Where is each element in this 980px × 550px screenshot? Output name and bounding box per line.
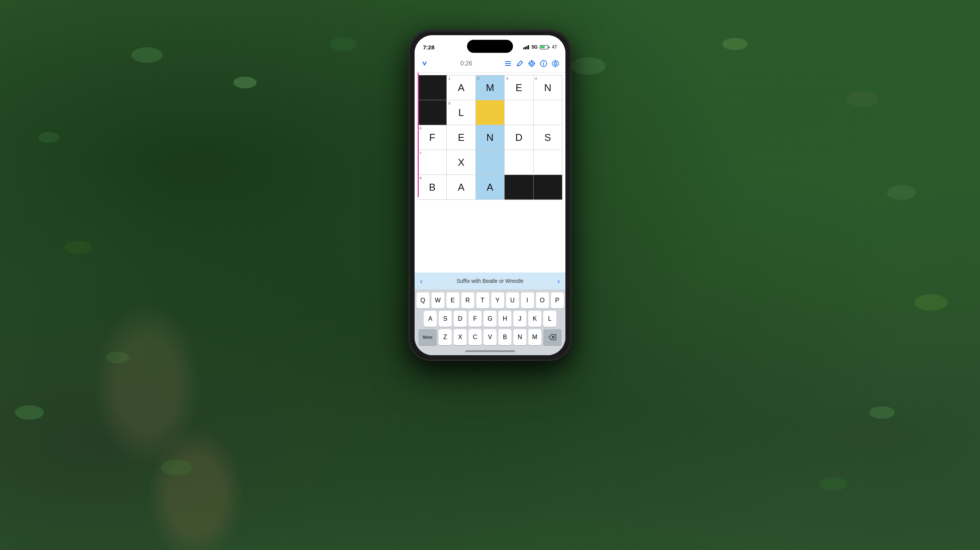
key-b[interactable]: B <box>498 329 511 345</box>
grid-cell-highlighted[interactable]: A <box>475 175 504 200</box>
grid-cell[interactable] <box>505 150 533 175</box>
key-j[interactable]: J <box>513 311 526 327</box>
cell-letter: N <box>544 82 551 93</box>
key-q[interactable]: Q <box>416 292 430 308</box>
header-back[interactable] <box>421 60 428 67</box>
grid-cell-highlighted-selected[interactable]: 2 M <box>475 75 504 100</box>
key-n[interactable]: N <box>513 329 526 345</box>
grid-row-3: 6 F E N D S <box>418 125 562 150</box>
key-y[interactable]: Y <box>491 292 504 308</box>
screen-content: 7:28 5G <box>415 35 565 355</box>
crossword-grid[interactable]: 1 A 2 M 3 E 4 N <box>418 75 562 200</box>
key-k[interactable]: K <box>528 311 541 327</box>
key-more[interactable]: More <box>418 329 437 345</box>
grid-cell[interactable]: S <box>533 125 562 150</box>
key-a[interactable]: A <box>424 311 437 327</box>
key-i[interactable]: I <box>521 292 534 308</box>
grid-cell[interactable]: 5 L <box>447 100 475 125</box>
cell-black <box>505 175 533 200</box>
cell-number: 2 <box>477 77 479 80</box>
svg-point-4 <box>529 61 534 66</box>
keyboard: Q W E R T Y U I O P A S D F G <box>415 289 565 355</box>
cell-number: 4 <box>535 77 537 80</box>
cell-number: 7 <box>420 151 421 155</box>
pencil-icon[interactable] <box>516 60 523 67</box>
grid-row-2: 5 L <box>418 100 562 125</box>
cell-letter: N <box>487 132 494 143</box>
grid-cell[interactable]: E <box>447 125 475 150</box>
clue-bar[interactable]: ‹ Suffix with Beatle or Wrestle › <box>415 273 565 289</box>
header-actions <box>504 60 559 67</box>
key-x[interactable]: X <box>454 329 467 345</box>
battery-percent: 47 <box>552 44 557 50</box>
key-c[interactable]: C <box>469 329 482 345</box>
cell-number: 3 <box>506 77 508 80</box>
key-p[interactable]: P <box>551 292 564 308</box>
app-header: 0:26 <box>415 54 565 73</box>
cell-letter: A <box>458 181 464 193</box>
grid-row-4: 7 X <box>418 150 562 175</box>
key-d[interactable]: D <box>454 311 467 327</box>
key-w[interactable]: W <box>431 292 444 308</box>
crossword-grid-area[interactable]: 1 A 2 M 3 E 4 N <box>415 73 565 273</box>
keyboard-row-1: Q W E R T Y U I O P <box>415 292 565 308</box>
clue-prev-button[interactable]: ‹ <box>420 277 423 286</box>
grid-cell[interactable]: 8 B <box>418 175 447 200</box>
grid-cell[interactable] <box>533 150 562 175</box>
phone-case: 7:28 5G <box>410 31 570 360</box>
info-icon[interactable] <box>540 60 547 67</box>
key-z[interactable]: Z <box>439 329 452 345</box>
grid-cell-highlighted[interactable] <box>475 150 504 175</box>
cell-letter: M <box>486 82 494 93</box>
cell-letter: E <box>516 82 522 93</box>
key-f[interactable]: F <box>469 311 482 327</box>
grid-cell[interactable]: 1 A <box>447 75 475 100</box>
key-g[interactable]: G <box>483 311 497 327</box>
grid-cell[interactable]: 3 E <box>505 75 533 100</box>
grid-cell[interactable]: 4 N <box>533 75 562 100</box>
cell-number: 5 <box>448 101 450 105</box>
key-s[interactable]: S <box>439 311 452 327</box>
grid-cell[interactable]: 6 F <box>418 125 447 150</box>
network-type: 5G <box>532 44 538 50</box>
target-icon[interactable] <box>528 60 536 67</box>
svg-point-13 <box>554 62 557 65</box>
grid-cell[interactable]: D <box>505 125 533 150</box>
cell-letter: X <box>458 157 464 168</box>
cell-letter: L <box>458 107 464 118</box>
grid-cell-selected-yellow[interactable] <box>475 100 504 125</box>
svg-point-5 <box>531 62 533 65</box>
grid-row-5: 8 B A A <box>418 175 562 200</box>
grid-cell[interactable] <box>505 100 533 125</box>
grid-row-1: 1 A 2 M 3 E 4 N <box>418 75 562 100</box>
key-v[interactable]: V <box>483 329 497 345</box>
status-icons: 5G 47 <box>523 44 557 50</box>
battery-icon <box>540 45 549 49</box>
key-e[interactable]: E <box>446 292 459 308</box>
grid-cell[interactable]: 7 <box>418 150 447 175</box>
list-icon[interactable] <box>504 60 512 67</box>
cell-letter: F <box>429 132 435 143</box>
cell-letter: A <box>487 181 493 193</box>
key-l[interactable]: L <box>543 311 556 327</box>
home-indicator <box>465 350 515 352</box>
key-m[interactable]: M <box>528 329 541 345</box>
clue-next-button[interactable]: › <box>557 277 560 286</box>
gear-icon[interactable] <box>552 60 559 67</box>
cell-number: 6 <box>420 126 421 130</box>
chevron-down-icon <box>421 60 428 67</box>
key-u[interactable]: U <box>506 292 519 308</box>
cell-black <box>418 75 447 100</box>
signal-icon <box>523 45 529 49</box>
key-h[interactable]: H <box>498 311 511 327</box>
key-t[interactable]: T <box>476 292 489 308</box>
cell-black <box>418 100 447 125</box>
grid-cell[interactable] <box>533 100 562 125</box>
grid-cell[interactable]: A <box>447 175 475 200</box>
cell-letter: B <box>429 181 436 193</box>
key-r[interactable]: R <box>461 292 474 308</box>
grid-cell[interactable]: X <box>447 150 475 175</box>
grid-cell-highlighted[interactable]: N <box>475 125 504 150</box>
key-delete[interactable] <box>543 329 562 345</box>
key-o[interactable]: O <box>536 292 549 308</box>
